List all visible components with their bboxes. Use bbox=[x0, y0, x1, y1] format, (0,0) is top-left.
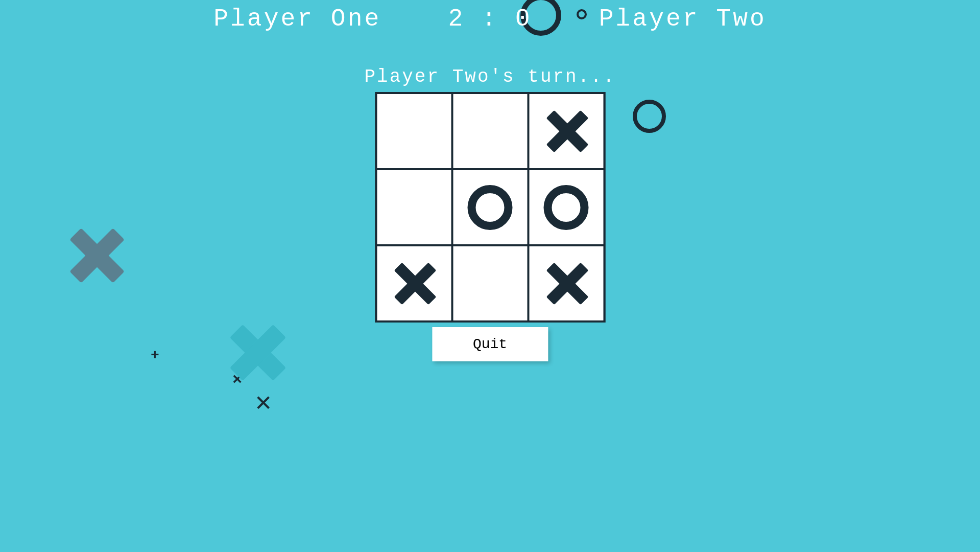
quit-button[interactable]: Quit bbox=[432, 327, 548, 361]
game-board bbox=[375, 92, 605, 323]
header: Player One 2 : 0 Player Two bbox=[0, 0, 980, 33]
cell-2-1[interactable] bbox=[453, 246, 527, 320]
deco-x-large-icon bbox=[66, 225, 128, 286]
score-value: 2 : 0 bbox=[448, 5, 532, 33]
player-one-label: Player One bbox=[213, 5, 381, 33]
cell-2-0[interactable] bbox=[377, 246, 451, 320]
o-mark-icon bbox=[468, 185, 513, 230]
cell-0-2[interactable] bbox=[529, 94, 603, 168]
cell-1-1[interactable] bbox=[453, 170, 527, 244]
x-mark-icon bbox=[543, 108, 589, 154]
o-mark-icon bbox=[544, 185, 589, 230]
player-two-label: Player Two bbox=[599, 5, 767, 33]
score-display: Player One 2 : 0 Player Two bbox=[213, 5, 767, 33]
deco-x-medium-icon: ✕ bbox=[255, 386, 271, 419]
board-container bbox=[375, 92, 605, 323]
cell-0-0[interactable] bbox=[377, 94, 451, 168]
turn-text: Player Two's turn... bbox=[364, 66, 615, 87]
deco-circle-medium-icon bbox=[633, 100, 666, 133]
deco-x-small1-icon: + bbox=[151, 348, 159, 363]
cell-0-1[interactable] bbox=[453, 94, 527, 168]
cell-2-2[interactable] bbox=[529, 246, 603, 320]
cell-1-2[interactable] bbox=[529, 170, 603, 244]
x-mark-icon bbox=[391, 261, 437, 307]
deco-cross-teal-icon bbox=[227, 322, 289, 383]
cell-1-0[interactable] bbox=[377, 170, 451, 244]
x-mark-icon bbox=[543, 261, 589, 307]
turn-indicator: Player Two's turn... bbox=[0, 66, 980, 87]
